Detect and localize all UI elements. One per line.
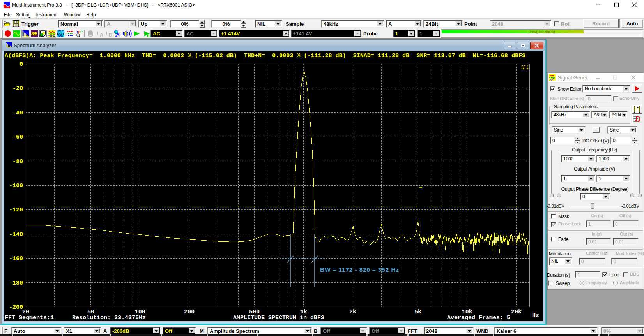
svg-text:200: 200 bbox=[184, 309, 195, 315]
svg-text:-140: -140 bbox=[9, 231, 23, 238]
svg-text:5k: 5k bbox=[414, 309, 421, 315]
svg-text:AMPLITUDE SPECTRUM in dBFS: AMPLITUDE SPECTRUM in dBFS bbox=[233, 315, 324, 321]
svg-text:0: 0 bbox=[19, 61, 23, 68]
svg-text:FFT Segments:1: FFT Segments:1 bbox=[5, 315, 54, 321]
svg-text:A(dBFS)A: Peak Frequency= 1.0: A(dBFS)A: Peak Frequency= 1.0000 kHz THD… bbox=[5, 53, 525, 59]
svg-text:888: 888 bbox=[31, 31, 37, 37]
svg-text:P: P bbox=[80, 30, 83, 34]
svg-text:-160: -160 bbox=[9, 255, 23, 262]
svg-text:-200: -200 bbox=[9, 304, 23, 311]
svg-text:2k: 2k bbox=[349, 309, 356, 315]
svg-text:Resolution: 23.4375Hz: Resolution: 23.4375Hz bbox=[72, 315, 146, 321]
svg-text:Hz: Hz bbox=[532, 312, 539, 319]
svg-text:B: B bbox=[109, 32, 112, 38]
svg-text:-80: -80 bbox=[12, 158, 23, 165]
svg-text:-100: -100 bbox=[9, 183, 23, 189]
svg-text:-120: -120 bbox=[9, 207, 23, 213]
svg-text:DUT: DUT bbox=[57, 32, 65, 36]
svg-text:A: A bbox=[100, 32, 103, 38]
svg-text:BW = 1172 - 820 = 352 Hz: BW = 1172 - 820 = 352 Hz bbox=[320, 266, 399, 273]
svg-text:-60: -60 bbox=[12, 134, 23, 141]
svg-text:Averaged Frames: 5: Averaged Frames: 5 bbox=[447, 315, 510, 321]
svg-text:20k: 20k bbox=[511, 309, 522, 315]
svg-text:-40: -40 bbox=[12, 110, 23, 116]
svg-text:-180: -180 bbox=[9, 280, 23, 287]
svg-text:-20: -20 bbox=[12, 85, 23, 92]
